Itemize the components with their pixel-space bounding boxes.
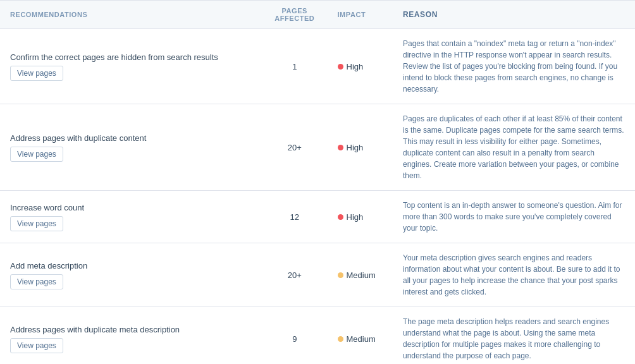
header-pages-affected: PAGES AFFECTED: [262, 1, 327, 29]
table-row: Add meta descriptionView pages20+MediumY…: [0, 243, 635, 307]
impact-label: High: [347, 62, 364, 71]
impact-dot-high: [338, 64, 343, 70]
pages-affected-value: 1: [262, 29, 327, 104]
impact-cell: High: [328, 29, 393, 104]
reason-text: Top content is an in-depth answer to som…: [393, 191, 635, 243]
impact-cell: Medium: [328, 243, 393, 307]
pages-affected-value: 20+: [262, 243, 327, 307]
table-row: Address pages with duplicate contentView…: [0, 104, 635, 191]
header-reason: REASON: [393, 1, 635, 29]
recommendation-text: Increase word count: [10, 203, 252, 212]
recommendation-text: Confirm the correct pages are hidden fro…: [10, 52, 252, 62]
impact-cell: Medium: [328, 307, 393, 365]
impact-cell: High: [328, 104, 393, 191]
table-row: Increase word countView pages12HighTop c…: [0, 191, 635, 243]
recommendations-table: RECOMMENDATIONS PAGES AFFECTED IMPACT RE…: [0, 0, 635, 364]
reason-text: The page meta description helps readers …: [393, 307, 635, 365]
impact-label: High: [347, 212, 364, 222]
impact-label: High: [347, 143, 364, 152]
impact-dot-high: [338, 145, 343, 150]
table-row: Address pages with duplicate meta descri…: [0, 307, 635, 365]
impact-cell: High: [328, 191, 393, 243]
pages-affected-value: 20+: [262, 104, 327, 191]
pages-affected-value: 12: [262, 191, 327, 243]
view-pages-button[interactable]: View pages: [10, 216, 63, 231]
header-recommendations: RECOMMENDATIONS: [0, 1, 262, 29]
view-pages-button[interactable]: View pages: [10, 66, 63, 81]
impact-dot-high: [338, 214, 343, 220]
view-pages-button[interactable]: View pages: [10, 338, 63, 353]
view-pages-button[interactable]: View pages: [10, 274, 63, 289]
recommendation-text: Address pages with duplicate meta descri…: [10, 325, 252, 334]
pages-affected-value: 9: [262, 307, 327, 365]
reason-text: Pages that contain a "noindex" meta tag …: [393, 29, 635, 104]
impact-dot-medium: [338, 272, 343, 278]
impact-label: Medium: [347, 270, 376, 280]
reason-text: Your meta description gives search engin…: [393, 243, 635, 307]
impact-dot-medium: [338, 336, 343, 342]
view-pages-button[interactable]: View pages: [10, 147, 63, 162]
impact-label: Medium: [347, 334, 376, 344]
header-impact: IMPACT: [328, 1, 393, 29]
table-row: Confirm the correct pages are hidden fro…: [0, 29, 635, 104]
reason-text: Pages are duplicates of each other if at…: [393, 104, 635, 191]
recommendation-text: Add meta description: [10, 261, 252, 270]
recommendation-text: Address pages with duplicate content: [10, 133, 252, 143]
